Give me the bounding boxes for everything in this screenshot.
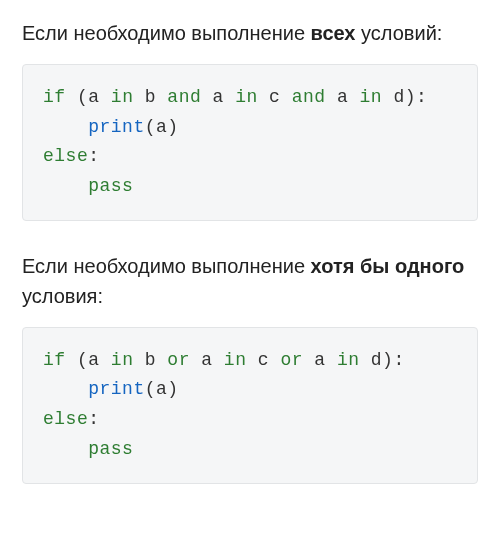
code-block-and: if (a in b and a in c and a in d): print…	[22, 64, 478, 221]
intro-paragraph-2: Если необходимо выполнение хотя бы одног…	[22, 251, 478, 311]
code-block-or: if (a in b or a in c or a in d): print(a…	[22, 327, 478, 484]
text-pre-1: Если необходимо выполнение	[22, 22, 311, 44]
intro-paragraph-1: Если необходимо выполнение всех условий:	[22, 18, 478, 48]
text-pre-2: Если необходимо выполнение	[22, 255, 311, 277]
text-post-2: условия:	[22, 285, 103, 307]
text-post-1: условий:	[355, 22, 442, 44]
text-bold-1: всех	[311, 22, 356, 44]
text-bold-2: хотя бы одного	[311, 255, 465, 277]
